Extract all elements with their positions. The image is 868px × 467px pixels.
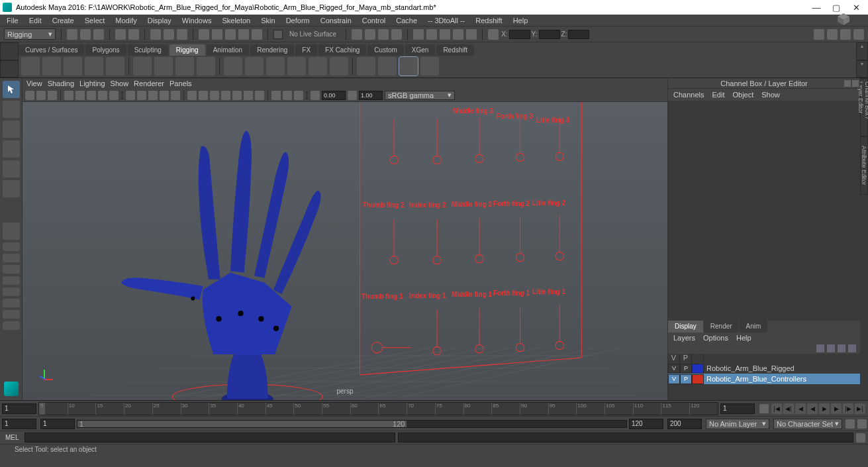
snap-plane-icon[interactable] (238, 29, 249, 40)
vp-menu-show[interactable]: Show (111, 79, 129, 87)
vp-exposure-field[interactable]: 0.00 (322, 91, 346, 100)
range-play-start[interactable]: 1 (40, 419, 75, 429)
layer-menu-layers[interactable]: Layers (673, 334, 695, 342)
vp-gate-mask-icon[interactable] (137, 91, 146, 100)
ipr-render-icon[interactable] (426, 29, 437, 40)
layer-new-selected-icon[interactable] (848, 344, 856, 352)
vp-use-lights-icon[interactable] (221, 91, 230, 100)
step-back-key-button[interactable]: ◀| (783, 403, 794, 414)
y-field[interactable] (539, 30, 560, 39)
vp-menu-panels[interactable]: Panels (169, 79, 192, 87)
vp-isolate-icon[interactable] (271, 91, 281, 100)
vp-select-camera-icon[interactable] (25, 91, 34, 100)
vp-xray-icon[interactable] (283, 91, 292, 100)
shelf-tab-rigging[interactable]: Rigging (169, 44, 205, 56)
modeling-toolkit-icon[interactable] (814, 29, 824, 40)
layer-tab-display[interactable]: Display (668, 321, 703, 333)
shelf-scroll-up[interactable]: ▴ (856, 42, 868, 60)
construction-history-icon[interactable] (352, 29, 362, 40)
shelf-blend-shape-icon[interactable] (197, 57, 215, 76)
paint-select-tool[interactable] (3, 121, 20, 138)
script-editor-icon[interactable] (856, 433, 865, 442)
vp-image-plane-icon[interactable] (64, 91, 73, 100)
cmd-input[interactable] (24, 433, 395, 442)
toggle-isolate-icon[interactable] (365, 29, 375, 40)
hypershade-icon[interactable] (466, 29, 477, 40)
select-tool[interactable] (3, 81, 20, 98)
prefs-icon[interactable] (857, 419, 867, 429)
vp-ao-icon[interactable] (244, 91, 253, 100)
shelf-insert-joint-icon[interactable] (42, 57, 61, 76)
vp-smooth-shade-icon[interactable] (199, 91, 208, 100)
select-by-object-icon[interactable] (164, 29, 174, 40)
side-tab-channel-box[interactable]: Channel Box / Layer Editor (860, 78, 868, 136)
layer-menu-help[interactable]: Help (736, 334, 751, 342)
menu-control[interactable]: Control (358, 16, 389, 25)
menu-cache[interactable]: Cache (392, 16, 421, 25)
vp-exposure-icon[interactable] (311, 91, 320, 100)
vp-menu-view[interactable]: View (26, 79, 42, 87)
lasso-tool[interactable] (3, 101, 20, 118)
shelf-bind-skin-icon[interactable] (224, 57, 242, 76)
vp-colorspace-dropdown[interactable]: sRGB gamma▾ (385, 91, 455, 100)
range-bar[interactable]: 1120 (77, 420, 627, 428)
shelf-prune-weights-icon[interactable] (330, 57, 348, 76)
redo-icon[interactable] (128, 29, 139, 40)
menu-windows[interactable]: Windows (178, 16, 216, 25)
shelf-tab-animation[interactable]: Animation (207, 44, 249, 56)
time-current-field[interactable]: 1 (720, 403, 755, 414)
shelf-constraint-orient-icon[interactable] (399, 57, 418, 76)
menu-modify[interactable]: Modify (111, 16, 140, 25)
layer-swatch-rigged[interactable] (692, 364, 704, 374)
menu-edit[interactable]: Edit (25, 16, 46, 25)
layer-tab-render[interactable]: Render (704, 321, 739, 333)
shelf-tab-sculpting[interactable]: Sculpting (128, 44, 168, 56)
shelf-toggle-a[interactable] (0, 42, 19, 60)
cb-menu-object[interactable]: Object (732, 91, 753, 99)
render-view-icon[interactable] (453, 29, 463, 40)
move-tool[interactable] (3, 140, 20, 158)
layout-graph-icon[interactable] (3, 299, 20, 307)
workspace-dropdown[interactable]: Rigging▾ (4, 28, 56, 40)
menu-file[interactable]: File (3, 16, 23, 25)
snap-curve-icon[interactable] (212, 29, 222, 40)
layer-movedown-icon[interactable] (827, 344, 835, 352)
save-scene-icon[interactable] (93, 29, 104, 40)
shelf-tab-custom[interactable]: Custom (367, 44, 403, 56)
range-anim-start[interactable]: 1 (2, 419, 36, 429)
minimize-button[interactable]: — (811, 2, 822, 13)
menu-constrain[interactable]: Constrain (316, 16, 356, 25)
anim-layer-dropdown[interactable]: No Anim Layer▾ (706, 419, 769, 429)
shelf-tab-xgen[interactable]: XGen (405, 44, 436, 56)
range-play-end[interactable]: 120 (629, 419, 663, 429)
vp-gamma-field[interactable]: 1.00 (359, 91, 383, 100)
layer-menu-options[interactable]: Options (703, 334, 728, 342)
shelf-toggle-b[interactable] (0, 60, 19, 78)
shelf-tab-rendering[interactable]: Rendering (250, 44, 294, 56)
vp-safe-title-icon[interactable] (171, 91, 180, 100)
undo-icon[interactable] (115, 29, 126, 40)
vp-field-chart-icon[interactable] (148, 91, 158, 100)
go-start-button[interactable]: |◀ (771, 403, 782, 414)
channel-box-icon[interactable] (853, 29, 864, 40)
maximize-button[interactable]: ▢ (831, 2, 842, 13)
last-tool[interactable] (3, 223, 20, 240)
shelf-paint-weights-icon[interactable] (266, 57, 285, 76)
vp-safe-action-icon[interactable] (160, 91, 169, 100)
viewport-canvas[interactable]: Middle fing 3 Forth fing 3 Litle fing 3 … (23, 102, 667, 400)
layout-three-icon[interactable] (3, 276, 20, 285)
vp-grease-pencil-icon[interactable] (87, 91, 96, 100)
rotate-tool[interactable] (3, 160, 20, 178)
menu-skin[interactable]: Skin (257, 16, 279, 25)
no-sound-icon[interactable] (759, 404, 769, 413)
vp-2d-pan-zoom-icon[interactable] (75, 91, 85, 100)
hik-icon[interactable] (827, 29, 838, 40)
vp-motion-blur-icon[interactable] (255, 91, 264, 100)
shelf-ik-handle-icon[interactable] (106, 57, 124, 76)
shelf-tab-fx[interactable]: FX (295, 44, 317, 56)
vp-bookmark-icon[interactable] (48, 91, 57, 100)
shelf-tab-redshift[interactable]: Redshift (436, 44, 474, 56)
menu-deform[interactable]: Deform (282, 16, 314, 25)
menu-skeleton[interactable]: Skeleton (218, 16, 254, 25)
vp-textured-icon[interactable] (210, 91, 219, 100)
